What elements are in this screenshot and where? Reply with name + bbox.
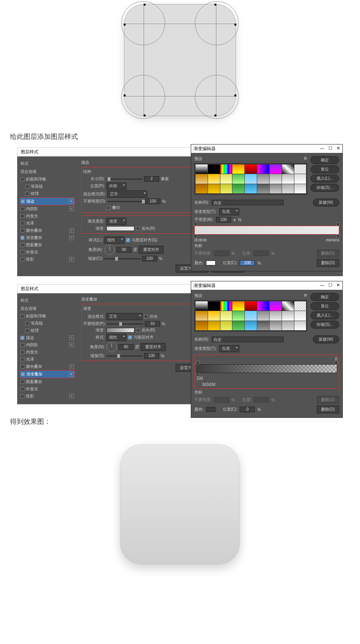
style-row-投影[interactable]: 投影+: [20, 393, 75, 400]
checkbox[interactable]: [20, 207, 24, 211]
style-row-颜色叠加[interactable]: 颜色叠加+: [20, 363, 75, 370]
opacity-slider[interactable]: [107, 323, 143, 325]
add-icon[interactable]: +: [69, 394, 74, 399]
style-row-等高线[interactable]: 等高线: [20, 183, 75, 190]
minimize-icon[interactable]: —: [320, 283, 324, 289]
filltype-dropdown[interactable]: 渐变: [106, 218, 126, 225]
load-button[interactable]: 载入(L)...: [310, 175, 339, 183]
style-row-内阴影[interactable]: 内阴影+: [20, 341, 75, 349]
checkbox[interactable]: [20, 221, 24, 225]
style-row-渐变叠加[interactable]: 渐变叠加+: [20, 370, 75, 378]
gradient-picker[interactable]: [106, 328, 134, 333]
new-button[interactable]: 新建(W): [313, 199, 339, 207]
ok-button[interactable]: 确定: [310, 156, 339, 164]
style-row-投影[interactable]: 投影+: [20, 256, 75, 263]
style-row-内发光[interactable]: 内发光: [20, 213, 75, 220]
blend-options[interactable]: 混合选项: [20, 168, 75, 176]
ok-button[interactable]: 确定: [310, 293, 339, 301]
checkbox[interactable]: [25, 321, 29, 325]
checkbox[interactable]: [20, 257, 24, 261]
style-row-描边[interactable]: 描边+: [20, 197, 75, 205]
cancel-button[interactable]: 复位: [310, 302, 339, 310]
scale-input[interactable]: 100: [144, 353, 159, 359]
overprint-checkbox[interactable]: [106, 206, 110, 210]
blend-dropdown[interactable]: 正常: [107, 191, 147, 198]
add-icon[interactable]: +: [69, 343, 74, 347]
blend-dropdown[interactable]: 正常: [106, 313, 142, 320]
checkbox[interactable]: [20, 394, 24, 398]
preset-grid[interactable]: [194, 300, 307, 331]
gear-icon[interactable]: [304, 156, 307, 162]
reverse-checkbox[interactable]: [136, 227, 140, 231]
scale-input[interactable]: 100: [142, 256, 157, 261]
checkbox[interactable]: [20, 314, 24, 318]
align-checkbox[interactable]: [126, 238, 130, 242]
style-row-渐变叠加[interactable]: 渐变叠加+: [20, 234, 75, 241]
reverse-checkbox[interactable]: [136, 328, 140, 332]
checkbox[interactable]: [20, 365, 24, 369]
size-slider[interactable]: [106, 179, 142, 180]
location-input[interactable]: 0: [240, 407, 255, 412]
type-dropdown[interactable]: 实底: [219, 345, 239, 352]
checkbox[interactable]: [20, 250, 24, 254]
size-input[interactable]: 2: [144, 176, 159, 182]
style-row-光泽[interactable]: 光泽: [20, 356, 75, 363]
opacity-stop[interactable]: [336, 223, 340, 226]
checkbox[interactable]: [20, 236, 24, 240]
checkbox[interactable]: [20, 380, 24, 384]
scale-slider[interactable]: [106, 355, 142, 357]
style-row-纹理[interactable]: 纹理: [20, 327, 75, 334]
reset-align-button[interactable]: 重置对齐: [141, 343, 166, 351]
style-row-等高线[interactable]: 等高线: [20, 320, 75, 327]
add-icon[interactable]: +: [69, 372, 74, 377]
maximize-icon[interactable]: ☐: [328, 283, 332, 289]
color-chip[interactable]: [206, 407, 216, 412]
gradient-bar[interactable]: [194, 226, 339, 235]
align-checkbox[interactable]: [128, 335, 132, 339]
add-icon[interactable]: +: [69, 257, 74, 262]
add-icon[interactable]: +: [69, 235, 74, 240]
style-row-内发光[interactable]: 内发光: [20, 349, 75, 356]
opacity-slider[interactable]: [108, 201, 144, 202]
save-button[interactable]: 存储(S)...: [310, 184, 339, 192]
close-icon[interactable]: ✕: [336, 146, 340, 152]
style-row-斜面和浮雕[interactable]: 斜面和浮雕: [20, 176, 75, 183]
style-row-纹理[interactable]: 纹理: [20, 190, 75, 197]
position-dropdown[interactable]: 外部: [106, 183, 126, 190]
reset-align-button[interactable]: 重置对齐: [139, 246, 164, 254]
angle-dial[interactable]: [106, 342, 117, 352]
checkbox[interactable]: [20, 229, 24, 233]
angle-input[interactable]: 90: [116, 247, 132, 253]
checkbox[interactable]: [20, 214, 24, 218]
checkbox[interactable]: [20, 336, 24, 340]
add-icon[interactable]: +: [69, 207, 74, 211]
color-chip[interactable]: [206, 261, 216, 265]
style-dropdown[interactable]: 线性: [106, 334, 126, 341]
delete-button[interactable]: 删除(D): [317, 405, 339, 413]
name-input[interactable]: 自定: [212, 337, 284, 342]
cancel-button[interactable]: 复位: [310, 165, 339, 173]
checkbox[interactable]: [20, 177, 24, 181]
add-icon[interactable]: +: [69, 335, 74, 340]
name-input[interactable]: 自定: [212, 200, 284, 205]
style-row-外发光[interactable]: 外发光: [20, 385, 75, 393]
checkbox[interactable]: [21, 199, 25, 203]
checkbox[interactable]: [25, 185, 29, 189]
gradient-bar[interactable]: [196, 364, 337, 373]
checkbox[interactable]: [20, 350, 24, 354]
dither-checkbox[interactable]: [144, 315, 148, 319]
style-dropdown[interactable]: 线性: [104, 237, 124, 244]
new-button[interactable]: 新建(W): [313, 335, 339, 343]
color-stop[interactable]: [194, 235, 197, 238]
scale-slider[interactable]: [104, 258, 140, 259]
close-icon[interactable]: ✕: [336, 283, 340, 289]
checkbox[interactable]: [20, 343, 24, 347]
load-button[interactable]: 载入(L)...: [310, 311, 339, 319]
minimize-icon[interactable]: —: [320, 146, 324, 152]
color-stop[interactable]: [196, 373, 199, 376]
style-row-斜面和浮雕[interactable]: 斜面和浮雕: [20, 313, 75, 320]
delete-button[interactable]: 删除(D): [317, 259, 339, 267]
add-icon[interactable]: +: [69, 228, 74, 233]
style-row-内阴影[interactable]: 内阴影+: [20, 205, 75, 213]
blend-options[interactable]: 混合选项: [20, 305, 75, 313]
